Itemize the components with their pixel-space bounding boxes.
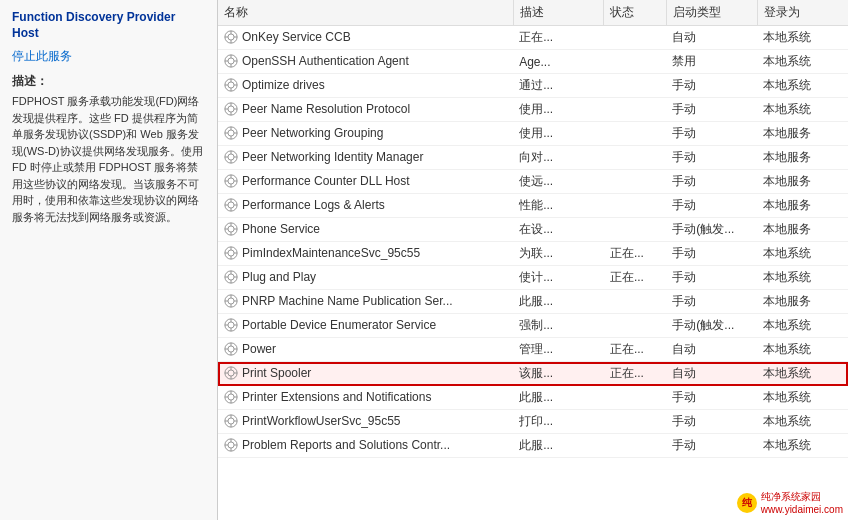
service-status-cell	[604, 146, 666, 170]
description-title: 描述：	[12, 74, 205, 89]
table-row[interactable]: Printer Extensions and Notifications此服..…	[218, 386, 848, 410]
service-name: Function Discovery Provider Host	[12, 10, 205, 41]
service-status-cell	[604, 194, 666, 218]
svg-point-1	[228, 34, 234, 40]
col-logon-header[interactable]: 登录为	[757, 0, 848, 26]
table-row[interactable]: Peer Networking Grouping使用...手动本地服务	[218, 122, 848, 146]
table-row[interactable]: Performance Counter DLL Host使远...手动本地服务	[218, 170, 848, 194]
service-logon-cell: 本地服务	[757, 146, 848, 170]
service-name-cell: Portable Device Enumerator Service	[218, 314, 513, 338]
right-panel[interactable]: 名称 描述 状态 启动类型 登录为 OnKey Service CCB正在...…	[218, 0, 848, 520]
table-row[interactable]: Performance Logs & Alerts性能...手动本地服务	[218, 194, 848, 218]
service-logon-cell: 本地系统	[757, 50, 848, 74]
service-status-cell: 正在...	[604, 266, 666, 290]
service-startup-cell: 手动	[666, 122, 757, 146]
service-icon	[224, 342, 238, 356]
service-startup-cell: 手动	[666, 410, 757, 434]
service-desc-cell: 打印...	[513, 410, 604, 434]
watermark: 纯 纯净系统家园 www.yidaimei.com	[737, 490, 843, 515]
service-startup-cell: 自动	[666, 26, 757, 50]
service-desc-cell: 性能...	[513, 194, 604, 218]
service-logon-cell: 本地系统	[757, 266, 848, 290]
service-name-cell: Peer Networking Grouping	[218, 122, 513, 146]
table-row[interactable]: Peer Networking Identity Manager向对...手动本…	[218, 146, 848, 170]
service-icon	[224, 438, 238, 452]
table-row[interactable]: PrintWorkflowUserSvc_95c55打印...手动本地系统	[218, 410, 848, 434]
service-name-cell: OnKey Service CCB	[218, 26, 513, 50]
action-links[interactable]: 停止此服务	[12, 49, 205, 64]
service-desc-cell: Age...	[513, 50, 604, 74]
service-status-cell: 正在...	[604, 242, 666, 266]
service-startup-cell: 禁用	[666, 50, 757, 74]
table-row[interactable]: OpenSSH Authentication AgentAge...禁用本地系统	[218, 50, 848, 74]
service-desc-cell: 此服...	[513, 434, 604, 458]
stop-service-link[interactable]: 停止此服务	[12, 50, 72, 62]
service-status-cell	[604, 50, 666, 74]
table-row[interactable]: Phone Service在设...手动(触发...本地服务	[218, 218, 848, 242]
col-name-header[interactable]: 名称	[218, 0, 513, 26]
service-startup-cell: 手动	[666, 242, 757, 266]
service-name-cell: Printer Extensions and Notifications	[218, 386, 513, 410]
table-row[interactable]: Plug and Play使计...正在...手动本地系统	[218, 266, 848, 290]
service-icon	[224, 366, 238, 380]
service-desc-cell: 为联...	[513, 242, 604, 266]
table-header-row: 名称 描述 状态 启动类型 登录为	[218, 0, 848, 26]
service-name-cell: Power	[218, 338, 513, 362]
service-logon-cell: 本地系统	[757, 26, 848, 50]
table-row[interactable]: Portable Device Enumerator Service强制...手…	[218, 314, 848, 338]
service-startup-cell: 自动	[666, 362, 757, 386]
service-logon-cell: 本地系统	[757, 362, 848, 386]
col-status-header[interactable]: 状态	[604, 0, 666, 26]
service-logon-cell: 本地系统	[757, 410, 848, 434]
table-row[interactable]: PimIndexMaintenanceSvc_95c55为联...正在...手动…	[218, 242, 848, 266]
svg-point-67	[228, 298, 234, 304]
table-row[interactable]: Peer Name Resolution Protocol使用...手动本地系统	[218, 98, 848, 122]
service-status-cell: 正在...	[604, 338, 666, 362]
service-desc-cell: 使远...	[513, 170, 604, 194]
service-name-cell: Problem Reports and Solutions Contr...	[218, 434, 513, 458]
service-status-cell	[604, 170, 666, 194]
svg-point-55	[228, 250, 234, 256]
service-icon	[224, 174, 238, 188]
service-desc-cell: 使用...	[513, 122, 604, 146]
service-desc-cell: 该服...	[513, 362, 604, 386]
service-logon-cell: 本地服务	[757, 290, 848, 314]
table-row[interactable]: Problem Reports and Solutions Contr...此服…	[218, 434, 848, 458]
service-name-cell: Plug and Play	[218, 266, 513, 290]
service-desc-cell: 在设...	[513, 218, 604, 242]
service-startup-cell: 手动	[666, 266, 757, 290]
service-desc-cell: 通过...	[513, 74, 604, 98]
watermark-site1: 纯净系统家园 www.yidaimei.com	[761, 490, 843, 515]
service-name-cell: Performance Logs & Alerts	[218, 194, 513, 218]
svg-point-7	[228, 58, 234, 64]
service-name-cell: Phone Service	[218, 218, 513, 242]
watermark-logo: 纯	[737, 493, 757, 513]
service-startup-cell: 手动	[666, 194, 757, 218]
svg-point-19	[228, 106, 234, 112]
service-status-cell	[604, 74, 666, 98]
service-icon	[224, 54, 238, 68]
service-name-cell: PNRP Machine Name Publication Ser...	[218, 290, 513, 314]
service-icon	[224, 150, 238, 164]
table-row[interactable]: OnKey Service CCB正在...自动本地系统	[218, 26, 848, 50]
service-logon-cell: 本地系统	[757, 242, 848, 266]
service-icon	[224, 126, 238, 140]
service-logon-cell: 本地系统	[757, 98, 848, 122]
svg-point-91	[228, 394, 234, 400]
service-startup-cell: 手动	[666, 74, 757, 98]
svg-point-13	[228, 82, 234, 88]
service-status-cell	[604, 434, 666, 458]
table-row[interactable]: Print Spooler该服...正在...自动本地系统	[218, 362, 848, 386]
service-icon	[224, 30, 238, 44]
service-desc-cell: 此服...	[513, 290, 604, 314]
table-row[interactable]: PNRP Machine Name Publication Ser...此服..…	[218, 290, 848, 314]
service-status-cell	[604, 314, 666, 338]
table-row[interactable]: Optimize drives通过...手动本地系统	[218, 74, 848, 98]
svg-point-103	[228, 442, 234, 448]
left-panel: Function Discovery Provider Host 停止此服务 描…	[0, 0, 218, 520]
table-row[interactable]: Power管理...正在...自动本地系统	[218, 338, 848, 362]
col-desc-header[interactable]: 描述	[513, 0, 604, 26]
service-status-cell	[604, 26, 666, 50]
service-logon-cell: 本地系统	[757, 434, 848, 458]
col-startup-header[interactable]: 启动类型	[666, 0, 757, 26]
